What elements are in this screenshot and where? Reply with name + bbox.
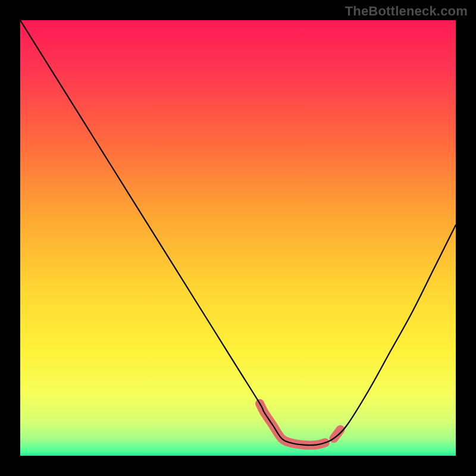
plot-background <box>20 20 456 456</box>
chart-stage: TheBottleneck.com <box>0 0 476 476</box>
chart-svg <box>0 0 476 476</box>
watermark-label: TheBottleneck.com <box>345 4 468 19</box>
